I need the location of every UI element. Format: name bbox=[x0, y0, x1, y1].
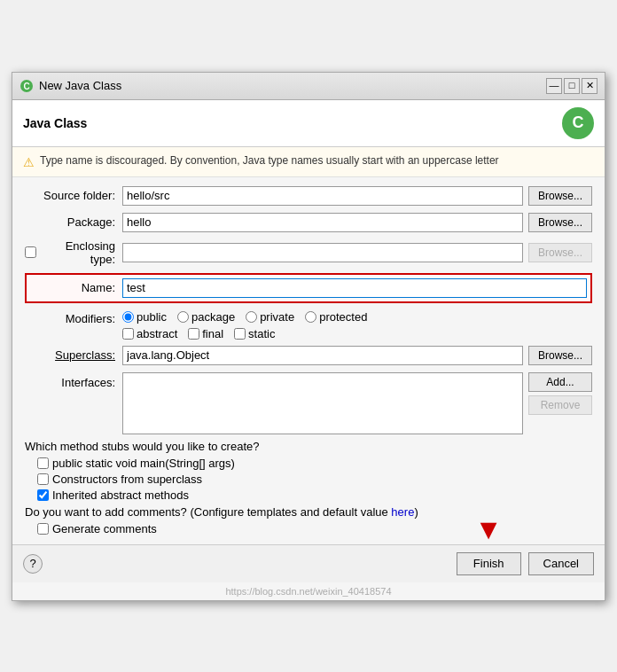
minimize-button[interactable]: — bbox=[546, 78, 562, 94]
generate-comments-label: Generate comments bbox=[52, 522, 157, 535]
package-browse-button[interactable]: Browse... bbox=[528, 213, 592, 232]
modifier-static-label[interactable]: static bbox=[234, 327, 275, 340]
enclosing-type-checkbox-label: Enclosing type: bbox=[25, 239, 115, 266]
modifier-package-label[interactable]: package bbox=[177, 310, 235, 324]
modifier-private-radio[interactable] bbox=[246, 311, 257, 323]
stub1-label: public static void main(String[] args) bbox=[52, 457, 235, 470]
dialog-icon: C bbox=[20, 79, 34, 93]
section-header: Java Class C bbox=[12, 100, 605, 147]
enclosing-type-label: Enclosing type: bbox=[25, 239, 122, 266]
modifier-protected-text: protected bbox=[319, 310, 367, 324]
modifier-package-text: package bbox=[191, 310, 235, 324]
package-input[interactable] bbox=[122, 213, 523, 232]
bottom-bar: ? ▼ Finish Cancel bbox=[12, 544, 605, 582]
modifier-private-label[interactable]: private bbox=[246, 310, 294, 324]
name-label: Name: bbox=[30, 281, 122, 294]
red-arrow-icon: ▼ bbox=[474, 515, 503, 543]
svg-text:C: C bbox=[23, 82, 29, 91]
stubs-section: public static void main(String[] args) C… bbox=[25, 457, 592, 502]
modifiers-label: Modifiers: bbox=[25, 310, 122, 325]
warning-text: Type name is discouraged. By convention,… bbox=[40, 154, 499, 167]
stub3-checkbox[interactable] bbox=[37, 489, 49, 501]
title-bar-left: C New Java Class bbox=[20, 79, 121, 93]
new-java-class-dialog: C New Java Class — □ ✕ Java Class C ⚠ Ty… bbox=[12, 72, 605, 601]
warning-icon: ⚠ bbox=[23, 155, 35, 169]
name-row: Name: bbox=[25, 273, 592, 303]
modifiers-line1: public package private protected bbox=[122, 310, 592, 324]
generate-comments-checkbox[interactable] bbox=[37, 523, 49, 535]
modifier-protected-label[interactable]: protected bbox=[305, 310, 367, 324]
comments-question: Do you want to add comments? (Configure … bbox=[25, 505, 592, 519]
interfaces-listbox[interactable] bbox=[122, 372, 523, 434]
modifier-final-label[interactable]: final bbox=[188, 327, 223, 340]
source-folder-browse-button[interactable]: Browse... bbox=[528, 186, 592, 206]
interfaces-buttons: Add... Remove bbox=[528, 372, 592, 415]
stub2-checkbox[interactable] bbox=[37, 473, 49, 485]
form-content: Source folder: Browse... Package: Browse… bbox=[12, 177, 605, 544]
finish-arrow-container: ▼ Finish bbox=[457, 552, 521, 575]
section-title: Java Class bbox=[23, 116, 87, 130]
modifier-abstract-text: abstract bbox=[137, 327, 177, 340]
package-row: Package: Browse... bbox=[25, 213, 592, 232]
package-label: Package: bbox=[25, 215, 122, 229]
source-folder-input[interactable] bbox=[122, 186, 523, 206]
modifier-protected-radio[interactable] bbox=[305, 311, 316, 323]
enclosing-type-row: Enclosing type: Browse... bbox=[25, 239, 592, 266]
stubs-question: Which method stubs would you like to cre… bbox=[25, 440, 592, 453]
enclosing-type-label-text: Enclosing type: bbox=[39, 239, 115, 266]
close-button[interactable]: ✕ bbox=[582, 78, 597, 94]
interfaces-label: Interfaces: bbox=[25, 372, 122, 389]
modifier-abstract-checkbox[interactable] bbox=[122, 328, 134, 340]
superclass-input[interactable] bbox=[122, 346, 523, 365]
modifier-final-checkbox[interactable] bbox=[188, 328, 199, 340]
warning-bar: ⚠ Type name is discouraged. By conventio… bbox=[12, 147, 605, 177]
modifier-static-checkbox[interactable] bbox=[234, 328, 246, 340]
source-folder-row: Source folder: Browse... bbox=[25, 186, 592, 206]
modifiers-row: Modifiers: public package private bbox=[25, 310, 592, 340]
finish-button[interactable]: Finish bbox=[457, 552, 521, 575]
comments-question-text: Do you want to add comments? (Configure … bbox=[25, 505, 391, 519]
modifier-public-label[interactable]: public bbox=[122, 310, 167, 324]
java-logo-icon: C bbox=[562, 107, 594, 139]
modifier-static-text: static bbox=[248, 327, 275, 340]
modifiers-line2: abstract final static bbox=[122, 327, 592, 340]
interfaces-row: Interfaces: Add... Remove bbox=[25, 372, 592, 434]
stub3-label: Inherited abstract methods bbox=[52, 488, 189, 502]
title-buttons: — □ ✕ bbox=[546, 78, 597, 94]
watermark: https://blog.csdn.net/weixin_40418574 bbox=[12, 582, 605, 600]
superclass-browse-button[interactable]: Browse... bbox=[528, 346, 592, 365]
modifier-public-radio[interactable] bbox=[122, 311, 134, 323]
comments-here-link[interactable]: here bbox=[391, 505, 414, 519]
help-button[interactable]: ? bbox=[23, 554, 43, 574]
title-bar: C New Java Class — □ ✕ bbox=[12, 73, 605, 100]
stub2-label: Constructors from superclass bbox=[52, 473, 202, 486]
stub3-row: Inherited abstract methods bbox=[37, 488, 592, 502]
comments-close-paren: ) bbox=[414, 505, 418, 519]
enclosing-type-checkbox[interactable] bbox=[25, 246, 36, 258]
superclass-label: Superclass: bbox=[25, 348, 122, 362]
modifier-abstract-label[interactable]: abstract bbox=[122, 327, 177, 340]
stub1-row: public static void main(String[] args) bbox=[37, 457, 592, 470]
enclosing-type-browse-button: Browse... bbox=[528, 243, 592, 262]
modifier-public-text: public bbox=[137, 310, 167, 324]
bottom-buttons: ▼ Finish Cancel bbox=[457, 552, 594, 575]
interfaces-add-button[interactable]: Add... bbox=[528, 372, 592, 392]
dialog-title: New Java Class bbox=[39, 79, 121, 92]
modifiers-content: public package private protected bbox=[122, 310, 592, 340]
maximize-button[interactable]: □ bbox=[564, 78, 580, 94]
modifier-final-text: final bbox=[202, 327, 223, 340]
modifier-private-text: private bbox=[260, 310, 294, 324]
interfaces-remove-button: Remove bbox=[528, 395, 592, 415]
stub2-row: Constructors from superclass bbox=[37, 473, 592, 486]
generate-comments-row: Generate comments bbox=[25, 522, 592, 535]
modifier-package-radio[interactable] bbox=[177, 311, 189, 323]
enclosing-type-input[interactable] bbox=[122, 243, 523, 262]
source-folder-label: Source folder: bbox=[25, 189, 122, 202]
cancel-button[interactable]: Cancel bbox=[528, 552, 594, 575]
stub1-checkbox[interactable] bbox=[37, 457, 49, 469]
name-input[interactable] bbox=[122, 278, 587, 298]
superclass-row: Superclass: Browse... bbox=[25, 346, 592, 365]
